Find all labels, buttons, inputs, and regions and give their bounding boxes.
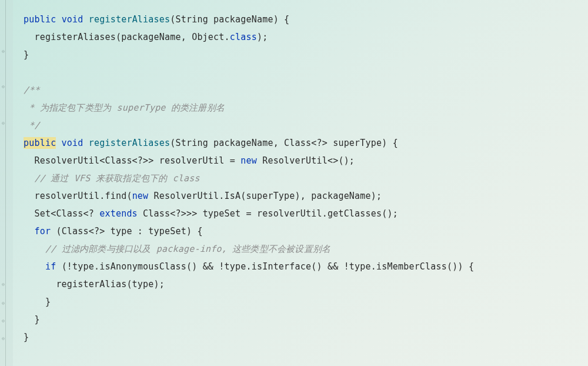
code-text: registerAliases(packageName, Object.: [24, 32, 230, 42]
code-line: */: [24, 117, 588, 134]
code-text: ResolverUtil.IsA(superType), packageName…: [148, 191, 382, 201]
code-text: }: [24, 297, 51, 307]
code-line: /**: [24, 81, 588, 99]
code-line: registerAlias(type);: [24, 275, 588, 293]
keyword: extends: [99, 208, 138, 219]
code-line: for (Class<?> type : typeSet) {: [24, 222, 588, 240]
code-line-blank: [24, 64, 588, 81]
code-line: }: [24, 46, 588, 64]
keyword: void: [62, 14, 83, 25]
keyword: class: [230, 32, 257, 42]
keyword: if: [45, 261, 56, 272]
method-name: registerAliases: [89, 14, 170, 25]
code-text: [24, 226, 34, 237]
javadoc-comment: */: [24, 120, 40, 131]
code-text: }: [24, 314, 40, 325]
code-line: registerAliases(packageName, Object.clas…: [24, 28, 588, 46]
comment: // 通过 VFS 来获取指定包下的 class: [24, 173, 200, 184]
code-line: if (!type.isAnonymousClass() && !type.is…: [24, 258, 588, 275]
code-text: }: [24, 332, 29, 342]
javadoc-comment: /**: [24, 85, 40, 95]
keyword: public: [24, 14, 56, 25]
code-text: ResolverUtil<>();: [257, 155, 355, 166]
code-text: (String packageName, Class<?> superType)…: [170, 138, 398, 148]
code-text: (String packageName) {: [170, 14, 289, 25]
code-editor[interactable]: public void registerAliases(String packa…: [0, 0, 588, 357]
code-line: }: [24, 328, 588, 346]
code-text: [83, 14, 89, 25]
code-line: // 过滤内部类与接口以及 package-info, 这些类型不会被设置别名: [24, 240, 588, 258]
keyword: for: [34, 226, 51, 237]
code-text: ResolverUtil<Class<?>> resolverUtil =: [24, 155, 240, 166]
method-name: registerAliases: [89, 138, 170, 148]
keyword: void: [56, 138, 88, 148]
code-line: * 为指定包下类型为 superType 的类注册别名: [24, 99, 588, 117]
code-text: [24, 261, 45, 272]
code-line: }: [24, 311, 588, 328]
code-text: registerAlias(type);: [24, 279, 165, 290]
code-line: public void registerAliases(String packa…: [24, 134, 588, 152]
code-line: // 通过 VFS 来获取指定包下的 class: [24, 169, 588, 187]
code-text: [56, 14, 61, 25]
code-line: Set<Class<? extends Class<?>>> typeSet =…: [24, 205, 588, 222]
code-text: );: [257, 32, 268, 42]
code-text: Set<Class<?: [24, 208, 99, 219]
code-line: }: [24, 293, 588, 311]
javadoc-comment: * 为指定包下类型为 superType 的类注册别名: [24, 102, 225, 113]
code-line: ResolverUtil<Class<?>> resolverUtil = ne…: [24, 152, 588, 169]
code-text: (Class<?> type : typeSet) {: [51, 226, 202, 237]
code-text: }: [24, 49, 29, 60]
code-text: (!type.isAnonymousClass() && !type.isInt…: [56, 261, 474, 272]
code-text: resolverUtil.find(: [24, 191, 132, 201]
keyword: new: [132, 191, 149, 201]
comment: // 过滤内部类与接口以及 package-info, 这些类型不会被设置别名: [24, 244, 330, 254]
code-line: public void registerAliases(String packa…: [24, 11, 588, 28]
code-line: resolverUtil.find(new ResolverUtil.IsA(s…: [24, 187, 588, 205]
code-text: Class<?>>> typeSet = resolverUtil.getCla…: [138, 208, 398, 219]
keyword: new: [240, 155, 257, 166]
keyword-highlighted: public: [24, 137, 56, 149]
